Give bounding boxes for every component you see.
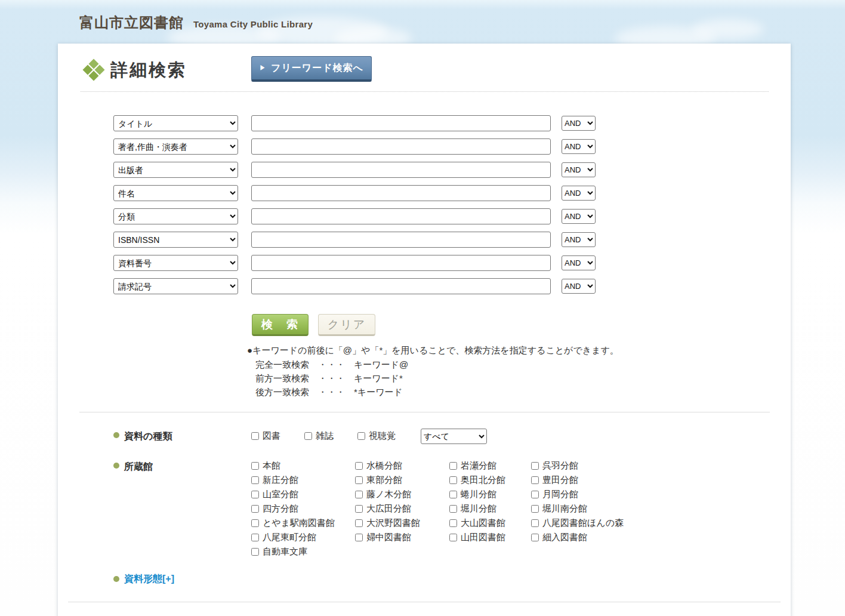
library-checkbox-input[interactable] (355, 534, 363, 541)
operator-select[interactable]: AND (562, 255, 596, 270)
library-checkbox-input[interactable] (449, 462, 457, 470)
material-type-checkbox-label: 視聴覚 (369, 430, 396, 442)
bottom-divider (68, 602, 781, 602)
library-checkbox[interactable]: 岩瀬分館 (449, 460, 531, 472)
search-term-input[interactable] (251, 138, 551, 155)
field-select[interactable]: 著者,作曲・演奏者 (113, 138, 238, 155)
material-format-expand-link[interactable]: 資料形態[+] (124, 573, 174, 586)
library-checkbox-input[interactable] (531, 462, 539, 470)
material-type-checkbox[interactable]: 雑誌 (304, 430, 334, 442)
diamond-icon (84, 60, 104, 80)
library-checkbox[interactable]: 月岡分館 (531, 489, 624, 500)
library-checkbox-input[interactable] (531, 491, 539, 498)
library-checkbox[interactable]: 本館 (251, 460, 355, 472)
search-term-input[interactable] (251, 115, 551, 131)
cloud-decoration (692, 19, 764, 39)
library-checkbox[interactable]: 水橋分館 (355, 460, 449, 472)
library-checkbox[interactable]: 大山図書館 (449, 518, 531, 529)
library-checkbox-input[interactable] (449, 519, 457, 527)
library-checkbox[interactable]: 自動車文庫 (251, 546, 355, 558)
library-checkbox-input[interactable] (449, 534, 457, 541)
library-checkbox[interactable]: 藤ノ木分館 (355, 489, 449, 500)
search-term-input[interactable] (251, 255, 551, 271)
material-type-checkbox-input[interactable] (251, 432, 259, 440)
field-select[interactable]: 出版者 (113, 162, 238, 178)
library-checkbox-input[interactable] (251, 519, 259, 527)
field-select[interactable]: ISBN/ISSN (113, 232, 238, 248)
search-term-input[interactable] (251, 208, 551, 224)
field-select[interactable]: 請求記号 (113, 278, 238, 294)
library-checkbox[interactable]: 八尾東町分館 (251, 532, 355, 543)
material-type-checkbox-input[interactable] (304, 432, 312, 440)
library-checkbox-input[interactable] (449, 476, 457, 484)
library-checkbox[interactable]: 八尾図書館ほんの森 (531, 518, 624, 529)
freeword-search-button[interactable]: ▶ フリーワード検索へ (251, 56, 372, 82)
field-select[interactable]: 分類 (113, 208, 238, 224)
library-checkbox-input[interactable] (251, 491, 259, 498)
bullet-icon (113, 576, 119, 582)
library-checkbox[interactable]: 四方分館 (251, 503, 355, 515)
library-checkbox[interactable]: 堀川南分館 (531, 503, 624, 515)
bullet-icon (113, 432, 119, 438)
clear-button[interactable]: クリア (318, 314, 375, 336)
operator-select[interactable]: AND (562, 162, 596, 177)
library-checkbox[interactable]: 東部分館 (355, 475, 449, 486)
library-checkbox[interactable]: 堀川分館 (449, 503, 531, 515)
operator-select[interactable]: AND (562, 209, 596, 224)
search-term-input[interactable] (251, 278, 551, 294)
library-checkbox-input[interactable] (531, 476, 539, 484)
search-row: 出版者 AND (113, 162, 656, 178)
library-checkbox-input[interactable] (355, 462, 363, 470)
library-checkbox-input[interactable] (531, 534, 539, 541)
library-checkbox[interactable]: 大沢野図書館 (355, 518, 449, 529)
material-type-checkboxes: 図書雑誌視聴覚 (251, 430, 420, 442)
library-checkbox[interactable]: 大広田分館 (355, 503, 449, 515)
search-term-input[interactable] (251, 185, 551, 201)
library-checkbox-input[interactable] (355, 519, 363, 527)
page-title: 詳細検索 (110, 58, 187, 82)
search-button[interactable]: 検 索 (252, 314, 309, 336)
library-checkbox-input[interactable] (251, 505, 259, 513)
search-help-lines: 完全一致検索 ・・・ キーワード@前方一致検索 ・・・ キーワード*後方一致検索… (247, 358, 619, 399)
library-checkbox[interactable]: 細入図書館 (531, 532, 624, 543)
field-select[interactable]: 資料番号 (113, 255, 238, 271)
library-checkbox-input[interactable] (355, 491, 363, 498)
material-type-checkbox[interactable]: 視聴覚 (357, 430, 396, 442)
library-checkbox-label: 八尾東町分館 (263, 532, 316, 543)
library-checkbox[interactable]: 蜷川分館 (449, 489, 531, 500)
operator-select[interactable]: AND (562, 232, 596, 247)
operator-select[interactable]: AND (562, 116, 596, 131)
library-checkbox[interactable]: 呉羽分館 (531, 460, 624, 472)
material-type-select[interactable]: すべて (421, 429, 487, 444)
library-checkbox-input[interactable] (531, 519, 539, 527)
field-select[interactable]: 件名 (113, 185, 238, 201)
library-checkbox[interactable]: とやま駅南図書館 (251, 518, 355, 529)
library-checkbox[interactable]: 奥田北分館 (449, 475, 531, 486)
library-checkbox-input[interactable] (449, 505, 457, 513)
material-type-checkbox-input[interactable] (357, 432, 365, 440)
library-checkbox-input[interactable] (251, 476, 259, 484)
library-checkbox-input[interactable] (251, 534, 259, 541)
library-checkbox[interactable]: 婦中図書館 (355, 532, 449, 543)
library-checkbox-input[interactable] (355, 476, 363, 484)
search-term-input[interactable] (251, 162, 551, 178)
library-checkbox-label: 豊田分館 (542, 475, 578, 486)
library-checkbox[interactable]: 山田図書館 (449, 532, 531, 543)
operator-select[interactable]: AND (562, 279, 596, 294)
search-term-input[interactable] (251, 232, 551, 248)
library-checkbox-input[interactable] (531, 505, 539, 513)
library-checkbox-input[interactable] (251, 462, 259, 470)
library-checkbox[interactable]: 新庄分館 (251, 475, 355, 486)
library-checkbox-label: 堀川分館 (461, 503, 496, 515)
field-select[interactable]: タイトル (113, 115, 238, 131)
material-type-checkbox[interactable]: 図書 (251, 430, 280, 442)
operator-select[interactable]: AND (562, 186, 596, 201)
material-type-checkbox-label: 図書 (263, 430, 280, 442)
library-checkbox-label: 八尾図書館ほんの森 (542, 518, 624, 529)
operator-select[interactable]: AND (562, 139, 596, 154)
library-checkbox[interactable]: 豊田分館 (531, 475, 624, 486)
library-checkbox-input[interactable] (251, 548, 259, 556)
library-checkbox-input[interactable] (355, 505, 363, 513)
library-checkbox[interactable]: 山室分館 (251, 489, 355, 500)
library-checkbox-input[interactable] (449, 491, 457, 498)
